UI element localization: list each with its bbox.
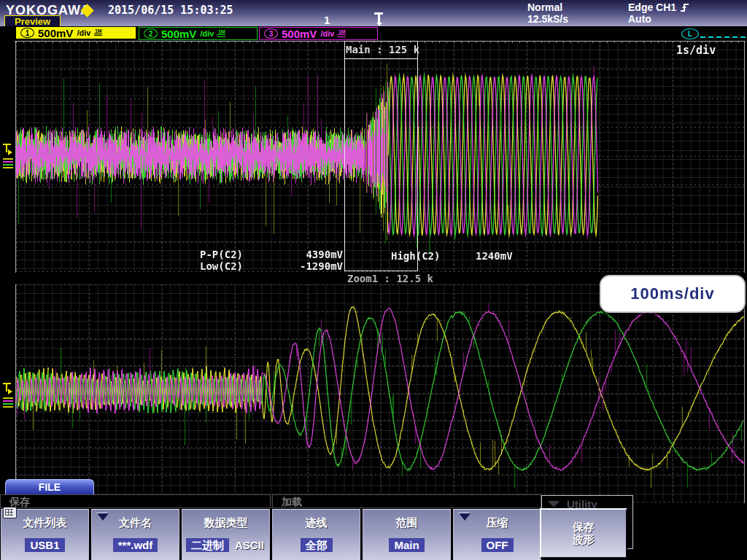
softkey-range[interactable]: 范围 Main [363,509,451,560]
softkey-value: USB1 [25,538,64,552]
menu-group-load: 加载 [272,494,541,508]
measurement-value: -1290mV [257,260,343,272]
chevron-down-icon [459,513,471,521]
trigger-status: Edge CH1 Auto [628,1,689,25]
softkey-value-alt: ASCII [233,538,266,552]
softkey-file-list[interactable]: 文件列表 USB1 [1,509,89,560]
main-waveform-canvas [15,41,746,273]
softkey-data-type[interactable]: 数据类型 二进制 ASCII [182,509,270,560]
zoom-waveform-canvas [15,284,746,503]
measurement-value: 1240mV [476,250,513,262]
measurement-name: Low(C2) [200,260,243,272]
coupling-impedance-icon: 1M [338,30,346,38]
logic-dashed-line-icon [700,36,746,38]
softkey-value: OFF [481,538,514,552]
trigger-level-marker-zoom[interactable] [1,383,16,412]
zoom-timebase-button[interactable]: 100ms/div [600,275,746,313]
measurement-value: 4390mV [263,249,343,260]
save-waveform-button[interactable]: 保存 波形 [540,508,627,559]
channel-3-number: 3 [264,28,278,39]
channel-2-badge[interactable]: 2 500mV/div 1M [139,27,258,40]
coupling-impedance-icon: 1M [217,30,225,38]
oscilloscope-screen: YOKOGAWA 2015/06/15 15:03:25 1 Preview N… [0,0,747,560]
softkey-value: Main [389,538,424,552]
channel-1-scale: 500mV [38,27,73,39]
softkey-value: ***.wdf [113,538,158,552]
softkey-value: 全部 [301,538,333,552]
trigger-type: Edge CH1 [628,1,676,13]
history-number: 1 [324,15,330,26]
sample-rate: 12.5kS/s [527,13,568,25]
softkey-compression[interactable]: 压缩 OFF [453,509,541,560]
logic-channel-icon: L [681,28,699,39]
channel-2-number: 2 [144,28,158,39]
acq-mode: Normal [527,1,568,13]
logic-channel-indicator: L [681,28,746,39]
softkey-file-name[interactable]: 文件名 ***.wdf [91,509,179,560]
zoom-record-length: Zoom1 : 12.5 k [328,273,452,284]
measurement-name: High(C2) [391,250,440,262]
softkey-value-selected: 二进制 [186,538,229,552]
channel-badge-row: 1 500mV/div 1M 2 500mV/div 1M 3 500mV/di… [0,26,747,41]
tab-file[interactable]: FILE [5,479,94,494]
channel-2-scale: 500mV [161,28,196,40]
menu-group-save: 保存 [0,494,271,508]
chevron-down-icon [548,501,560,508]
header-bar: YOKOGAWA 2015/06/15 15:03:25 1 Preview N… [0,0,747,26]
channel-1-number: 1 [20,28,34,38]
main-record-length: Main : 125 k [346,44,417,55]
main-timebase: 1s/div [676,44,716,57]
trigger-position-icon[interactable] [374,12,385,26]
file-list-icon [3,507,17,518]
channel-3-scale: 500mV [282,28,317,40]
softkey-trace[interactable]: 迹线 全部 [272,509,360,560]
trigger-mode: Auto [628,13,689,25]
coupling-impedance-icon: 1M [94,29,102,37]
acquisition-status: Normal 12.5kS/s [527,1,568,25]
channel-1-badge[interactable]: 1 500mV/div 1M [16,27,136,39]
rising-edge-icon [680,2,689,12]
chevron-down-icon [97,513,109,521]
datetime-readout: 2015/06/15 15:03:25 [108,4,233,17]
measurement-name: P-P(C2) [200,249,243,260]
channel-3-badge[interactable]: 3 500mV/div 1M [259,27,378,40]
trigger-level-marker-main[interactable] [1,144,16,173]
